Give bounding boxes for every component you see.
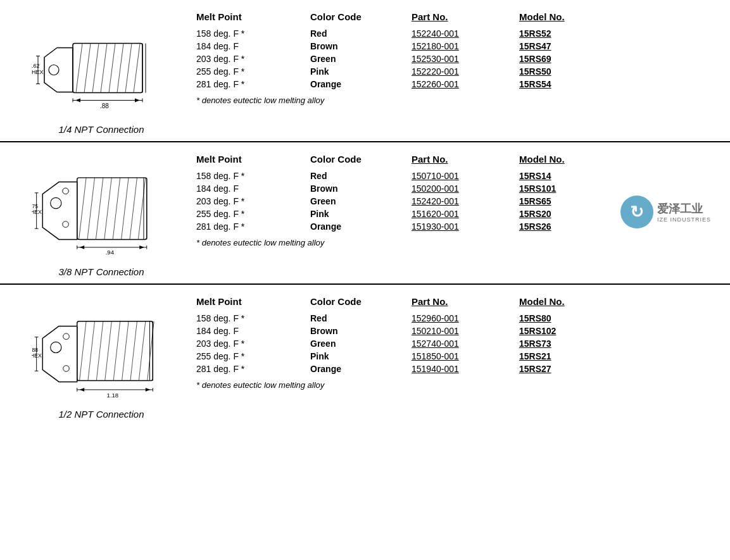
model-no-cell: 15RS27 — [519, 364, 614, 374]
part-no-cell: 151940-001 — [412, 364, 519, 374]
model-no-cell: 15RS54 — [519, 79, 614, 89]
model-no-cell: 15RS47 — [519, 41, 614, 51]
svg-text:.62: .62 — [32, 63, 40, 69]
svg-marker-22 — [75, 99, 80, 103]
header-color-1: Color Code — [310, 11, 412, 22]
connection-label-1: 1/4 NPT Connection — [58, 124, 144, 135]
color-code-cell: Brown — [310, 41, 412, 51]
color-code-cell: Red — [310, 28, 412, 39]
table-row: 158 deg. F *Red150710-00115RS14 — [196, 171, 717, 181]
part-no-cell: 152260-001 — [412, 79, 519, 89]
part-no-cell: 150200-001 — [412, 184, 519, 194]
color-code-cell: Orange — [310, 79, 412, 89]
svg-point-37 — [63, 188, 69, 194]
header-part-3: Part No. — [412, 296, 519, 307]
model-no-cell: 15RS73 — [519, 339, 614, 349]
svg-line-32 — [113, 178, 120, 240]
svg-line-11 — [134, 44, 140, 93]
data-rows-1: 158 deg. F *Red152240-00115RS52184 deg. … — [196, 28, 717, 89]
color-code-cell: Pink — [310, 209, 412, 219]
melt-point-cell: 184 deg. F — [196, 184, 310, 194]
color-code-cell: Brown — [310, 326, 412, 336]
melt-point-cell: 158 deg. F * — [196, 171, 310, 181]
part-drawing-2: .75 HEX .94 — [32, 160, 171, 261]
table-row: 203 deg. F *Green152530-00115RS69 — [196, 54, 717, 64]
model-no-cell: 15RS65 — [519, 196, 614, 206]
footnote-2: * denotes eutectic low melting alloy — [196, 238, 717, 247]
svg-text:HEX: HEX — [32, 69, 44, 75]
header-model-1: Model No. — [519, 11, 614, 22]
svg-text:.75: .75 — [32, 203, 38, 209]
right-col-1: Melt Point Color Code Part No. Model No.… — [190, 11, 717, 105]
color-code-cell: Pink — [310, 351, 412, 361]
part-no-cell: 152420-001 — [412, 196, 519, 206]
connection-label-3: 1/2 NPT Connection — [58, 409, 144, 420]
svg-marker-75 — [80, 388, 85, 392]
svg-line-33 — [122, 178, 129, 240]
left-col-3: .88 HEX 1.18 1/2 NPT Connection — [13, 296, 190, 420]
table-row: 281 deg. F *Orange151940-00115RS27 — [196, 364, 717, 374]
header-melt-2: Melt Point — [196, 154, 310, 165]
part-drawing-3: .88 HEX 1.18 — [32, 302, 171, 404]
header-melt-3: Melt Point — [196, 296, 310, 307]
part-no-cell: 152960-001 — [412, 313, 519, 323]
left-col-1: .62 HEX .88 1/4 NPT Connection — [13, 11, 190, 135]
right-col-2: Melt Point Color Code Part No. Model No.… — [190, 154, 717, 247]
melt-point-cell: 281 deg. F * — [196, 221, 310, 232]
model-no-cell: 15RS69 — [519, 54, 614, 64]
svg-line-55 — [88, 321, 95, 381]
color-code-cell: Pink — [310, 66, 412, 77]
header-part-1: Part No. — [412, 11, 519, 22]
connection-label-2: 3/8 NPT Connection — [58, 266, 144, 277]
table-row: 255 deg. F *Pink152220-00115RS50 — [196, 66, 717, 77]
section-1: .62 HEX .88 1/4 NPT Connection Melt Poin… — [0, 0, 730, 142]
watermark: ↻ 爱泽工业 IZE INDUSTRIES — [620, 196, 711, 228]
table-row: 184 deg. FBrown152180-00115RS47 — [196, 41, 717, 51]
melt-point-cell: 255 deg. F * — [196, 66, 310, 77]
svg-point-64 — [63, 333, 70, 340]
svg-text:1.18: 1.18 — [107, 392, 119, 399]
model-no-cell: 15RS50 — [519, 66, 614, 77]
svg-marker-24 — [42, 182, 77, 240]
svg-line-10 — [125, 44, 132, 93]
svg-point-36 — [51, 197, 61, 208]
table-row: 184 deg. FBrown150200-00115RS101 — [196, 184, 717, 194]
part-no-cell: 152240-001 — [412, 28, 519, 39]
header-model-2: Model No. — [519, 154, 614, 165]
melt-point-cell: 158 deg. F * — [196, 313, 310, 323]
table-header-1: Melt Point Color Code Part No. Model No. — [196, 11, 717, 23]
part-no-cell: 152530-001 — [412, 54, 519, 64]
section-3: .88 HEX 1.18 1/2 NPT Connection Melt Poi… — [0, 285, 730, 426]
part-no-cell: 152180-001 — [412, 41, 519, 51]
melt-point-cell: 203 deg. F * — [196, 54, 310, 64]
section-2: .75 HEX .94 3/8 NPT Connection Melt Poin… — [0, 142, 730, 285]
header-melt-1: Melt Point — [196, 11, 310, 22]
right-col-3: Melt Point Color Code Part No. Model No.… — [190, 296, 717, 390]
header-color-3: Color Code — [310, 296, 412, 307]
svg-text:.88: .88 — [32, 347, 38, 353]
svg-line-5 — [84, 44, 91, 93]
melt-point-cell: 281 deg. F * — [196, 364, 310, 374]
table-row: 203 deg. F *Green152740-00115RS73 — [196, 339, 717, 349]
svg-text:.88: .88 — [100, 103, 109, 109]
svg-line-28 — [79, 178, 86, 240]
svg-line-58 — [113, 321, 120, 381]
table-header-3: Melt Point Color Code Part No. Model No. — [196, 296, 717, 308]
model-no-cell: 15RS26 — [519, 221, 614, 232]
svg-line-59 — [122, 321, 129, 381]
svg-point-63 — [51, 342, 61, 352]
svg-line-9 — [117, 44, 123, 93]
watermark-en: IZE INDUSTRIES — [657, 216, 711, 223]
svg-text:.94: .94 — [106, 249, 115, 256]
model-no-cell: 15RS80 — [519, 313, 614, 323]
part-drawing-1: .62 HEX .88 — [32, 18, 171, 119]
melt-point-cell: 184 deg. F — [196, 326, 310, 336]
svg-marker-49 — [139, 246, 144, 249]
svg-marker-50 — [42, 326, 77, 382]
color-code-cell: Red — [310, 171, 412, 181]
part-no-cell: 151850-001 — [412, 351, 519, 361]
footnote-1: * denotes eutectic low melting alloy — [196, 96, 717, 105]
table-header-2: Melt Point Color Code Part No. Model No. — [196, 154, 717, 166]
part-no-cell: 151620-001 — [412, 209, 519, 219]
table-row: 158 deg. F *Red152960-00115RS80 — [196, 313, 717, 323]
